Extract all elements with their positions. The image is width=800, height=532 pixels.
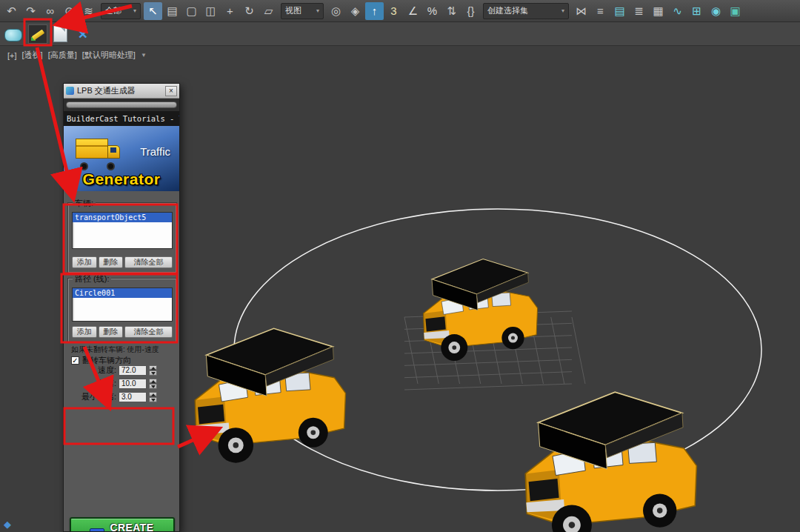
create-traffic-button[interactable]: +CREATETRAFFIC (70, 517, 175, 532)
select-and-rotate-icon[interactable]: ↻ (240, 2, 259, 20)
paths-group-label: 路径 (线): (73, 273, 111, 285)
undo-icon[interactable]: ↶ (2, 2, 21, 20)
car-right[interactable] (525, 392, 696, 532)
vehicles-button-2[interactable]: 清除全部 (124, 256, 173, 268)
percent-snap-icon[interactable]: % (423, 2, 441, 20)
select-object-icon[interactable]: ↖ (144, 2, 162, 20)
paths-button-2[interactable]: 清除全部 (124, 326, 173, 338)
select-and-scale-icon[interactable]: ▱ (259, 2, 278, 20)
unlink-selection-icon[interactable]: ⊘ (60, 2, 79, 20)
viewport-menu-plus[interactable]: [+] (7, 51, 17, 60)
align-icon[interactable]: ≡ (591, 2, 610, 20)
min-distance-spinner[interactable] (149, 392, 157, 402)
scene-explorer-icon[interactable]: ▤ (610, 2, 629, 20)
lpb-traffic-plugin-icon[interactable] (28, 24, 47, 44)
car-middle[interactable] (424, 259, 538, 362)
teal-tool-icon[interactable] (4, 29, 22, 41)
layer-manager-icon[interactable]: ≣ (630, 2, 648, 20)
logo-text-generator: Generator (64, 170, 179, 188)
vehicles-button-0[interactable]: 添加 (72, 256, 97, 268)
chevron-down-icon: ▾ (316, 7, 319, 14)
truck-plus-icon: + (90, 528, 104, 532)
snap-toggle-3d-icon[interactable]: 3 (384, 2, 403, 20)
traffic-generator-dialog: LPB 交通生成器 × BuilderCast Tutorials - Traf… (63, 83, 180, 532)
paths-buttons: 添加删除清除全部 (72, 326, 173, 338)
vehicles-listbox[interactable]: transportObject5 (72, 212, 173, 249)
list-item[interactable]: Circle001 (73, 288, 172, 298)
list-item[interactable]: transportObject5 (73, 213, 172, 222)
speed-field[interactable]: 72.0 (119, 365, 147, 376)
logo-text-traffic: Traffic (140, 145, 170, 158)
secondary-toolbar: × (0, 22, 800, 46)
named-selection-sets-dropdown[interactable]: 创建选择集▾ (483, 3, 569, 19)
main-toolbar: ↶↷∞⊘≋全部▾↖▤▢◫+↻▱视图▾◎◈↑3∠%⇅{}创建选择集▾⋈≡▤≣▦∿⊞… (0, 0, 800, 22)
select-by-name-icon[interactable]: ▤ (163, 2, 181, 20)
curve-editor-icon[interactable]: ∿ (668, 2, 687, 20)
select-and-move-icon[interactable]: + (221, 2, 239, 20)
select-and-manipulate-icon[interactable]: ◈ (346, 2, 364, 20)
keyboard-override-icon[interactable]: ↑ (365, 2, 384, 20)
paths-listbox[interactable]: Circle001 (72, 287, 173, 322)
speed-spinner[interactable] (149, 365, 157, 376)
dialog-close-button[interactable]: × (165, 86, 177, 96)
chevron-down-icon: ▾ (133, 7, 136, 14)
use-pivot-center-icon[interactable]: ◎ (327, 2, 345, 20)
viewport-shading-label[interactable]: [默认明暗处理] (82, 50, 136, 61)
application-window: ↶↷∞⊘≋全部▾↖▤▢◫+↻▱视图▾◎◈↑3∠%⇅{}创建选择集▾⋈≡▤≣▦∿⊞… (0, 0, 800, 532)
speed-row: 速度:72.0 (98, 365, 157, 376)
reference-coordinate-dropdown[interactable]: 视图▾ (281, 3, 324, 19)
vehicles-button-1[interactable]: 删除 (99, 256, 124, 268)
dialog-app-icon (66, 87, 74, 95)
window-crossing-icon[interactable]: ◫ (201, 2, 220, 20)
spinner-snap-icon[interactable]: ⇅ (442, 2, 461, 20)
logo-truck-icon (76, 136, 129, 170)
select-and-link-icon[interactable]: ∞ (41, 2, 59, 20)
vehicles-group-label: 车辆: (73, 198, 96, 209)
dialog-body: 车辆: transportObject5 添加删除清除全部 路径 (线): Ci… (64, 191, 179, 532)
car-left[interactable] (195, 328, 345, 462)
min-distance-row: 最小距离:3.0 (81, 391, 157, 402)
document-tool-icon[interactable] (53, 25, 67, 42)
viewport-label: [+] [透视] [高质量] [默认明暗处理] ▼ (7, 50, 147, 61)
viewport-label-arrow-icon[interactable]: ▼ (141, 52, 147, 59)
min-distance-field[interactable]: 3.0 (119, 392, 147, 402)
edit-named-selection-sets-icon[interactable]: {} (461, 2, 480, 20)
dialog-titlebar[interactable]: LPB 交通生成器 × (64, 84, 179, 99)
render-setup-icon[interactable]: ▣ (726, 2, 744, 20)
distance-row: 距离:10.0 (98, 378, 157, 389)
paths-button-1[interactable]: 删除 (99, 326, 124, 338)
status-corner-icon: ◆ (4, 519, 11, 530)
vehicles-buttons: 添加删除清除全部 (72, 256, 173, 268)
dialog-subtitle: BuilderCast Tutorials - Traf (64, 111, 179, 126)
blue-x-tool-icon[interactable]: × (73, 24, 93, 44)
flip-direction-checkbox[interactable]: ✓ (71, 356, 79, 365)
redo-icon[interactable]: ↷ (21, 2, 40, 20)
bind-to-spacewarp-icon[interactable]: ≋ (79, 2, 98, 20)
ribbon-toggle-icon[interactable]: ▦ (649, 2, 667, 20)
traffic-generator-logo: Traffic Generator (64, 126, 179, 191)
distance-spinner[interactable] (149, 379, 157, 389)
rollout-scrollbar[interactable] (66, 102, 177, 108)
viewport-pov-label[interactable]: [透视] (22, 50, 43, 61)
rollout-scroll-strip (64, 99, 179, 111)
angle-snap-icon[interactable]: ∠ (404, 2, 422, 20)
paths-button-0[interactable]: 添加 (72, 326, 97, 338)
material-editor-icon[interactable]: ◉ (707, 2, 725, 20)
rectangular-selection-icon[interactable]: ▢ (182, 2, 201, 20)
selection-filter-dropdown[interactable]: 全部▾ (101, 3, 141, 19)
dialog-title: LPB 交通生成器 (77, 85, 162, 96)
flip-hint-text: 如果未翻转车辆: 使用-速度 (71, 345, 159, 355)
schematic-view-icon[interactable]: ⊞ (687, 2, 706, 20)
distance-field[interactable]: 10.0 (119, 379, 147, 389)
viewport-quality-label[interactable]: [高质量] (48, 50, 77, 61)
paths-group: 路径 (线): Circle001 添加删除清除全部 (67, 278, 177, 343)
chevron-down-icon: ▾ (561, 7, 564, 14)
vehicles-group: 车辆: transportObject5 添加删除清除全部 (67, 202, 177, 273)
mirror-icon[interactable]: ⋈ (572, 2, 590, 20)
